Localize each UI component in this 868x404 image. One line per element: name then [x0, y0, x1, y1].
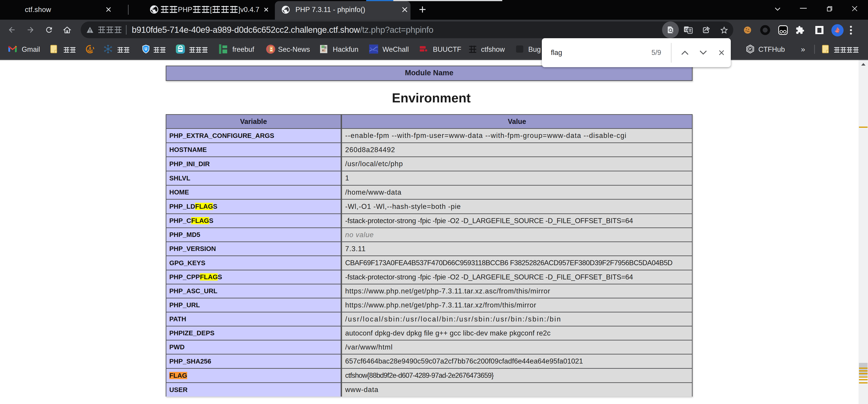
svg-text:G: G — [685, 27, 688, 32]
